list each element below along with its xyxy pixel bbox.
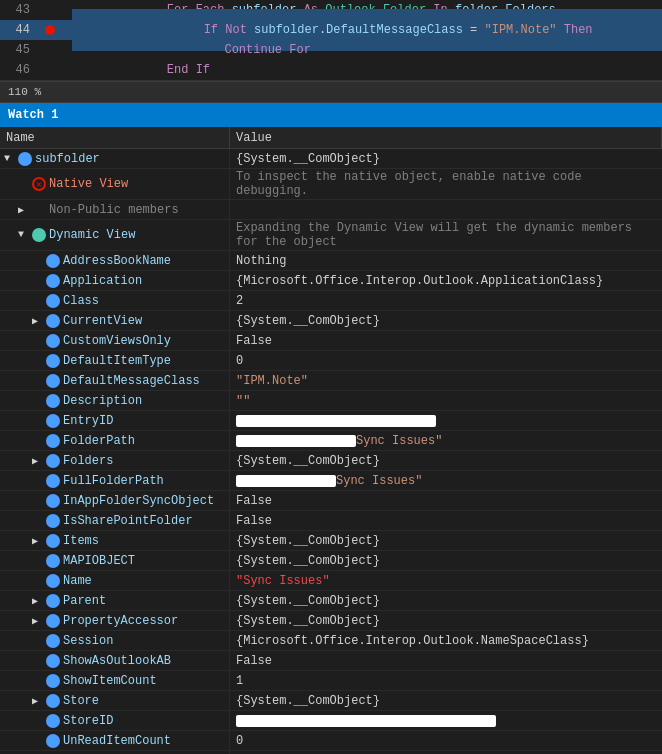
watch-name-text-folders: Folders: [63, 454, 113, 468]
watch-name-cell-store: Store: [0, 691, 230, 710]
watch-row-mapiobject: MAPIOBJECT{System.__ComObject}: [0, 551, 662, 571]
watch-row-parent: Parent{System.__ComObject}: [0, 591, 662, 611]
line-number-45: 45: [0, 43, 38, 57]
watch-name-text-custom-views: CustomViewsOnly: [63, 334, 171, 348]
watch-name-cell-class: Class: [0, 291, 230, 310]
watch-row-name: Name"Sync Issues": [0, 571, 662, 591]
expand-arrow-folders[interactable]: [32, 455, 44, 467]
watch-name-cell-default-item-type: DefaultItemType: [0, 351, 230, 370]
watch-name-text-current-view: CurrentView: [63, 314, 142, 328]
watch-name-text-session: Session: [63, 634, 113, 648]
watch-value-text-unread-item-count: 0: [236, 734, 243, 748]
watch-row-application: Application{Microsoft.Office.Interop.Out…: [0, 271, 662, 291]
watch-value-cell-store: {System.__ComObject}: [230, 691, 662, 710]
watch-icon-blue-show-item-count: [46, 674, 60, 688]
watch-name-text-subfolder: subfolder: [35, 152, 100, 166]
watch-value-cell-items: {System.__ComObject}: [230, 531, 662, 550]
watch-name-text-default-msg-class: DefaultMessageClass: [63, 374, 200, 388]
watch-name-cell-unread-item-count: UnReadItemCount: [0, 731, 230, 750]
watch-icon-blue-custom-views: [46, 334, 60, 348]
redacted-suffix2-full-folder-path: Sync Issues": [336, 474, 422, 488]
watch-value-cell-entry-id: [230, 411, 662, 430]
watch-value-text-show-outlook-ab: False: [236, 654, 272, 668]
watch-name-text-property-accessor: PropertyAccessor: [63, 614, 178, 628]
expand-arrow-non-public[interactable]: [18, 204, 30, 216]
watch-value-text-default-item-type: 0: [236, 354, 243, 368]
watch-value-cell-default-msg-class: "IPM.Note": [230, 371, 662, 390]
watch-title: Watch 1: [8, 108, 58, 122]
watch-row-custom-views: CustomViewsOnlyFalse: [0, 331, 662, 351]
watch-value-cell-native-view: To inspect the native object, enable nat…: [230, 169, 662, 199]
watch-name-text-items: Items: [63, 534, 99, 548]
watch-value-text-class: 2: [236, 294, 243, 308]
watch-value-text-store: {System.__ComObject}: [236, 694, 380, 708]
watch-value-cell-property-accessor: {System.__ComObject}: [230, 611, 662, 630]
watch-value-text-property-accessor: {System.__ComObject}: [236, 614, 380, 628]
watch-value-text-native-view: To inspect the native object, enable nat…: [236, 170, 656, 198]
redacted-bar-entry-id: [236, 415, 436, 427]
watch-value-cell-custom-views: False: [230, 331, 662, 350]
watch-name-cell-mapiobject: MAPIOBJECT: [0, 551, 230, 570]
watch-value-cell-is-sharepoint: False: [230, 511, 662, 530]
watch-row-store-id: StoreID: [0, 711, 662, 731]
expand-arrow-subfolder[interactable]: [4, 153, 16, 165]
line-icons-44: [38, 25, 62, 35]
line-content-46: End If: [62, 49, 662, 81]
watch-col-value-header: Value: [230, 127, 662, 148]
watch-value-text-current-view: {System.__ComObject}: [236, 314, 380, 328]
watch-icon-blue-show-outlook-ab: [46, 654, 60, 668]
watch-name-text-description: Description: [63, 394, 142, 408]
watch-row-default-item-type: DefaultItemType0: [0, 351, 662, 371]
watch-name-cell-is-sharepoint: IsSharePointFolder: [0, 511, 230, 530]
watch-name-cell-description: Description: [0, 391, 230, 410]
watch-icon-blue-description: [46, 394, 60, 408]
breakpoint-icon: [45, 25, 55, 35]
watch-row-current-view: CurrentView{System.__ComObject}: [0, 311, 662, 331]
watch-value-text-custom-views: False: [236, 334, 272, 348]
watch-row-address-book: AddressBookNameNothing: [0, 251, 662, 271]
watch-icon-blue-name: [46, 574, 60, 588]
line-number-44: 44: [0, 23, 38, 37]
expand-arrow-parent[interactable]: [32, 595, 44, 607]
watch-name-text-native-view: Native View: [49, 177, 128, 191]
watch-row-default-msg-class: DefaultMessageClass"IPM.Note": [0, 371, 662, 391]
watch-name-text-full-folder-path: FullFolderPath: [63, 474, 164, 488]
watch-row-show-item-count: ShowItemCount1: [0, 671, 662, 691]
watch-row-session: Session{Microsoft.Office.Interop.Outlook…: [0, 631, 662, 651]
expand-arrow-store[interactable]: [32, 695, 44, 707]
watch-name-cell-default-msg-class: DefaultMessageClass: [0, 371, 230, 390]
watch-name-text-folder-path: FolderPath: [63, 434, 135, 448]
watch-value-cell-name: "Sync Issues": [230, 571, 662, 590]
watch-value-cell-inapp-sync: False: [230, 491, 662, 510]
watch-icon-blue-class: [46, 294, 60, 308]
watch-name-cell-entry-id: EntryID: [0, 411, 230, 430]
expand-arrow-dynamic-view[interactable]: [18, 229, 30, 241]
watch-value-text-session: {Microsoft.Office.Interop.Outlook.NameSp…: [236, 634, 589, 648]
watch-name-cell-native-view: Native View: [0, 169, 230, 199]
expand-arrow-property-accessor[interactable]: [32, 615, 44, 627]
watch-row-store: Store{System.__ComObject}: [0, 691, 662, 711]
watch-value-cell-folders: {System.__ComObject}: [230, 451, 662, 470]
zoom-bar: 110 %: [0, 81, 662, 103]
watch-name-cell-inapp-sync: InAppFolderSyncObject: [0, 491, 230, 510]
watch-value-cell-description: "": [230, 391, 662, 410]
watch-name-text-inapp-sync: InAppFolderSyncObject: [63, 494, 214, 508]
watch-row-is-sharepoint: IsSharePointFolderFalse: [0, 511, 662, 531]
watch-value-cell-store-id: [230, 711, 662, 730]
watch-name-cell-dynamic-view: Dynamic View: [0, 220, 230, 250]
code-line-46: 46 End If: [0, 60, 662, 80]
watch-value-text-description: "": [236, 394, 250, 408]
watch-name-cell-current-view: CurrentView: [0, 311, 230, 330]
watch-icon-blue-store: [46, 694, 60, 708]
watch-row-folder-path: FolderPathSync Issues": [0, 431, 662, 451]
watch-name-text-unread-item-count: UnReadItemCount: [63, 734, 171, 748]
watch-icon-blue-default-msg-class: [46, 374, 60, 388]
watch-name-cell-items: Items: [0, 531, 230, 550]
expand-arrow-current-view[interactable]: [32, 315, 44, 327]
watch-value-cell-show-item-count: 1: [230, 671, 662, 690]
expand-arrow-items[interactable]: [32, 535, 44, 547]
line-number-43: 43: [0, 3, 38, 17]
watch-value-cell-non-public: [230, 200, 662, 219]
watch-value-text-parent: {System.__ComObject}: [236, 594, 380, 608]
watch-name-cell-show-outlook-ab: ShowAsOutlookAB: [0, 651, 230, 670]
